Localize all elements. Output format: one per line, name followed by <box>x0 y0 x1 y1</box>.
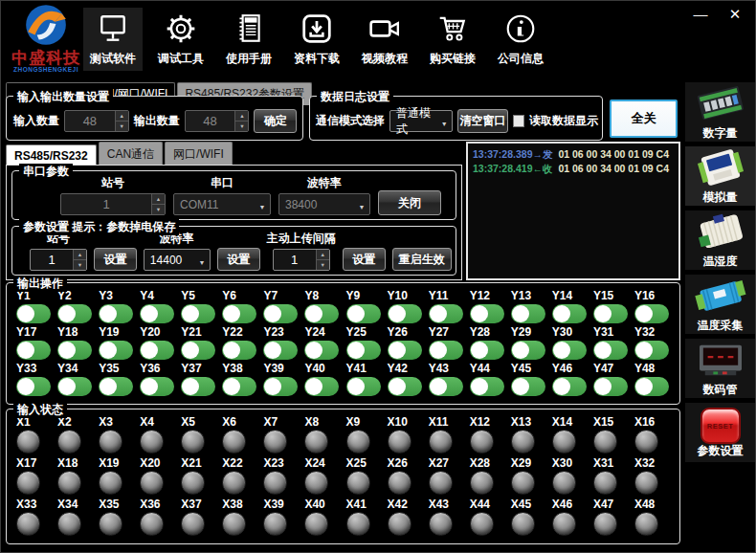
confirm-button[interactable]: 确定 <box>254 109 297 133</box>
output-toggle[interactable] <box>16 341 51 360</box>
sidebar-item-temp-humidity[interactable]: 温湿度 <box>685 210 755 270</box>
output-toggle[interactable] <box>304 377 339 396</box>
output-toggle[interactable] <box>346 341 381 360</box>
toolbar-item-data-download[interactable]: 资料下载 <box>287 8 346 71</box>
output-toggle[interactable] <box>346 304 381 323</box>
input-cell: X5 <box>179 416 220 453</box>
output-toggle[interactable] <box>99 341 133 360</box>
minimize-button[interactable]: — <box>690 5 711 24</box>
output-toggle[interactable] <box>470 377 504 396</box>
output-toggle[interactable] <box>263 377 298 396</box>
comm-log-window[interactable]: 13:37:28.389→发 01 06 00 34 00 01 09 C4 1… <box>466 142 680 280</box>
close-port-button[interactable]: 关闭 <box>378 190 441 215</box>
output-toggle[interactable] <box>511 377 545 396</box>
toolbar-item-debug-tools[interactable]: 调试工具 <box>151 8 211 71</box>
output-toggle[interactable] <box>634 377 669 396</box>
baud-rate-select[interactable]: 38400 <box>278 193 370 215</box>
read-data-checkbox[interactable] <box>513 115 524 127</box>
sidebar-item-digital-tube[interactable]: 数码管 <box>685 339 755 398</box>
output-toggle[interactable] <box>634 304 669 323</box>
set-baud-button[interactable]: 设置 <box>217 248 260 271</box>
output-toggle[interactable] <box>57 341 92 360</box>
spinner-arrows-icon[interactable] <box>115 111 128 131</box>
output-toggle[interactable] <box>181 341 215 360</box>
output-count-field[interactable]: 48 <box>185 110 250 132</box>
restart-apply-button[interactable]: 重启生效 <box>392 248 452 271</box>
output-toggle[interactable] <box>429 341 463 360</box>
output-toggle[interactable] <box>346 377 381 396</box>
output-toggle[interactable] <box>140 341 174 360</box>
input-cell: X17 <box>14 457 56 495</box>
spinner-arrows-icon[interactable] <box>73 250 86 270</box>
param-baud-select[interactable]: 14400 <box>144 249 211 271</box>
input-cell: X2 <box>56 416 97 453</box>
output-cell: Y2 <box>56 290 97 323</box>
output-toggle[interactable] <box>511 304 545 323</box>
output-toggle[interactable] <box>388 341 422 360</box>
output-toggle[interactable] <box>470 341 504 360</box>
spinner-arrows-icon[interactable] <box>316 250 329 270</box>
output-toggle[interactable] <box>429 304 463 323</box>
sidebar-item-temp-collect[interactable]: 温度采集 <box>685 275 755 334</box>
output-toggle[interactable] <box>140 377 174 396</box>
set-interval-button[interactable]: 设置 <box>343 248 386 271</box>
output-toggle[interactable] <box>263 304 298 323</box>
output-toggle[interactable] <box>181 377 215 396</box>
toolbar-item-company-info[interactable]: 公司信息 <box>491 8 550 71</box>
output-toggle[interactable] <box>222 304 256 323</box>
toolbar-item-purchase-link[interactable]: 购买链接 <box>423 8 482 71</box>
output-toggle[interactable] <box>263 341 298 360</box>
serial-port-select[interactable]: COM11 <box>173 193 271 215</box>
output-toggle[interactable] <box>304 341 339 360</box>
output-cell: Y29 <box>509 326 550 360</box>
param-station-field[interactable]: 1 <box>30 249 87 271</box>
output-toggle[interactable] <box>57 304 92 323</box>
spinner-arrows-icon[interactable] <box>234 111 248 131</box>
output-toggle[interactable] <box>388 377 422 396</box>
input-count-field[interactable]: 48 <box>64 110 129 132</box>
all-off-button[interactable]: 全关 <box>610 100 678 138</box>
tab-lan-wifi[interactable]: 网口/WIFI <box>165 142 233 166</box>
output-toggle[interactable] <box>429 377 463 396</box>
clear-window-button[interactable]: 清空窗口 <box>457 109 508 133</box>
output-toggle[interactable] <box>181 304 215 323</box>
output-toggle[interactable] <box>593 304 628 323</box>
spinner-arrows-icon[interactable] <box>151 194 165 214</box>
output-toggle[interactable] <box>222 377 256 396</box>
set-station-button[interactable]: 设置 <box>94 248 137 271</box>
output-toggle[interactable] <box>16 377 51 396</box>
output-toggle[interactable] <box>222 341 256 360</box>
toolbar-item-test-software[interactable]: 测试软件 <box>83 8 143 71</box>
comm-mode-select[interactable]: 普通模式 <box>389 110 453 132</box>
sidebar-item-param-settings[interactable]: RESET 参数设置 <box>685 403 755 462</box>
output-toggle[interactable] <box>593 377 628 396</box>
toolbar-item-user-manual[interactable]: 使用手册 <box>219 8 278 71</box>
output-toggle[interactable] <box>593 341 628 360</box>
tab-can[interactable]: CAN通信 <box>99 142 163 166</box>
sidebar-item-digital[interactable]: 数字量 <box>685 82 755 142</box>
output-toggle[interactable] <box>552 377 587 396</box>
toolbar-item-video-tutorial[interactable]: 视频教程 <box>355 8 414 71</box>
output-toggle[interactable] <box>634 341 669 360</box>
gear-icon <box>164 11 198 47</box>
output-toggle[interactable] <box>16 304 51 323</box>
output-toggle[interactable] <box>552 304 587 323</box>
output-toggle[interactable] <box>552 341 587 360</box>
output-toggle[interactable] <box>304 304 339 323</box>
close-button[interactable]: ✕ <box>724 5 745 24</box>
output-toggle[interactable] <box>470 304 504 323</box>
output-toggle[interactable] <box>388 304 422 323</box>
input-led <box>470 471 494 495</box>
output-toggle[interactable] <box>140 304 174 323</box>
sidebar-item-analog[interactable]: 模拟量 <box>685 146 755 206</box>
output-label: Y25 <box>346 326 367 339</box>
output-toggle[interactable] <box>511 341 545 360</box>
station-field[interactable]: 1 <box>60 193 166 215</box>
input-label: X5 <box>181 416 195 429</box>
input-led <box>16 430 40 453</box>
output-toggle[interactable] <box>99 304 133 323</box>
upload-interval-field[interactable]: 1 <box>273 249 330 271</box>
input-led <box>16 512 40 536</box>
output-toggle[interactable] <box>57 377 92 396</box>
output-toggle[interactable] <box>99 377 133 396</box>
